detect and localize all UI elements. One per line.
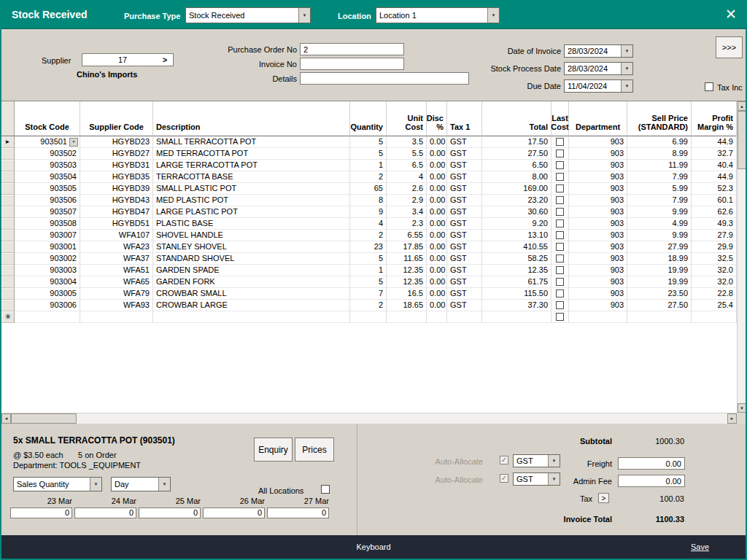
vertical-scrollbar[interactable]: ▲ ▼: [737, 101, 746, 413]
chevron-down-icon[interactable]: ▼: [298, 8, 310, 23]
last-cost-checkbox[interactable]: [556, 149, 564, 158]
grid-cell-profit-margin[interactable]: 44.9: [692, 136, 737, 148]
grid-cell-description[interactable]: CROWBAR SMALL: [153, 288, 350, 300]
grid-cell-quantity[interactable]: 65: [350, 183, 387, 195]
grid-cell-profit-margin[interactable]: 29.9: [692, 241, 737, 253]
last-cost-checkbox[interactable]: [556, 161, 564, 169]
grid-cell-tax1[interactable]: GST: [447, 183, 482, 195]
grid-cell-stock-code[interactable]: 903502: [15, 148, 80, 160]
scroll-up-icon[interactable]: ▲: [738, 101, 746, 111]
close-icon[interactable]: ✕: [725, 7, 737, 21]
date-of-invoice-select[interactable]: 28/03/2024 ▼: [564, 44, 633, 58]
grid-cell-last-cost[interactable]: [551, 230, 569, 241]
grid-cell-department[interactable]: 903: [569, 300, 627, 311]
grid-cell-unit-cost[interactable]: 18.65: [387, 300, 427, 311]
freight-field[interactable]: 0.00: [618, 457, 685, 470]
row-selector[interactable]: [1, 265, 15, 276]
grid-cell-profit-margin[interactable]: 27.9: [692, 230, 737, 241]
last-cost-checkbox[interactable]: [556, 289, 564, 298]
grid-cell-total[interactable]: 17.50: [482, 136, 551, 148]
supplier-field[interactable]: 17 >: [82, 53, 174, 66]
tax-inc-checkbox[interactable]: [705, 82, 713, 91]
chevron-down-icon[interactable]: ▼: [621, 63, 632, 74]
grid-cell-supplier-code[interactable]: HGYBD43: [80, 195, 153, 206]
grid-cell-department[interactable]: [569, 311, 627, 323]
grid-cell-stock-code[interactable]: 903006: [15, 300, 80, 311]
grid-cell-disc[interactable]: 0.00: [427, 265, 447, 276]
grid-cell-profit-margin[interactable]: 60.1: [692, 195, 737, 206]
tax-browse-button[interactable]: >: [598, 493, 609, 503]
grid-cell-supplier-code[interactable]: WFA51: [80, 265, 153, 276]
grid-cell-stock-code[interactable]: 903505: [15, 183, 80, 195]
grid-cell-stock-code[interactable]: 903003: [15, 265, 80, 276]
grid-cell-description[interactable]: GARDEN FORK: [153, 276, 350, 288]
grid-cell-disc[interactable]: 0.00: [427, 160, 447, 171]
grid-cell-stock-code[interactable]: 903507: [15, 206, 80, 218]
grid-cell-sell-price[interactable]: 7.99: [627, 195, 692, 206]
grid-cell-unit-cost[interactable]: 2.6: [387, 183, 427, 195]
grid-cell-supplier-code[interactable]: WFA37: [80, 253, 153, 265]
grid-cell-sell-price[interactable]: 23.50: [627, 288, 692, 300]
grid-cell-supplier-code[interactable]: WFA93: [80, 300, 153, 311]
grid-cell-unit-cost[interactable]: 12.35: [387, 265, 427, 276]
grid-cell-total[interactable]: 12.35: [482, 265, 551, 276]
chevron-down-icon[interactable]: ▼: [158, 478, 170, 491]
grid-cell-stock-code[interactable]: 903007: [15, 230, 80, 241]
grid-cell-last-cost[interactable]: [551, 218, 569, 230]
row-selector[interactable]: [1, 288, 15, 300]
grid-cell-supplier-code[interactable]: HGYBD51: [80, 218, 153, 230]
grid-cell-sell-price[interactable]: 27.50: [627, 300, 692, 311]
grid-cell-description[interactable]: TERRACOTTA BASE: [153, 171, 350, 183]
row-selector[interactable]: [1, 206, 15, 218]
purchase-order-no-field[interactable]: 2: [300, 43, 404, 55]
grid-cell-profit-margin[interactable]: 32.0: [692, 276, 737, 288]
grid-cell-unit-cost[interactable]: 2.9: [387, 195, 427, 206]
grid-cell-total[interactable]: 6.50: [482, 160, 551, 171]
grid-cell-profit-margin[interactable]: 49.3: [692, 218, 737, 230]
grid-cell-last-cost[interactable]: [551, 300, 569, 311]
horizontal-scroll-thumb[interactable]: [11, 413, 77, 424]
row-selector[interactable]: [1, 276, 15, 288]
grid-cell-quantity[interactable]: 2: [350, 171, 387, 183]
day-quantity-field[interactable]: 0: [10, 508, 72, 518]
grid-cell-supplier-code[interactable]: HGYBD35: [80, 171, 153, 183]
grid-cell-sell-price[interactable]: 11.99: [627, 160, 692, 171]
chevron-down-icon[interactable]: ▼: [90, 478, 101, 491]
grid-cell-supplier-code[interactable]: HGYBD47: [80, 206, 153, 218]
grid-cell-last-cost[interactable]: [551, 148, 569, 160]
grid-cell-description[interactable]: SMALL PLASTIC POT: [153, 183, 350, 195]
grid-cell-last-cost[interactable]: [551, 171, 569, 183]
grid-cell-department[interactable]: 903: [569, 171, 627, 183]
grid-cell-total[interactable]: 9.20: [482, 218, 551, 230]
grid-cell-total[interactable]: 58.25: [482, 253, 551, 265]
location-select[interactable]: Location 1 ▼: [376, 7, 500, 23]
row-selector[interactable]: ►: [1, 136, 15, 148]
last-cost-checkbox[interactable]: [556, 138, 564, 146]
grid-cell-description[interactable]: MED PLASTIC POT: [153, 195, 350, 206]
last-cost-checkbox[interactable]: [556, 231, 564, 239]
grid-cell-total[interactable]: 37.30: [482, 300, 551, 311]
grid-cell-sell-price[interactable]: 27.99: [627, 241, 692, 253]
grid-cell-disc[interactable]: 0.00: [427, 195, 447, 206]
grid-cell-department[interactable]: 903: [569, 195, 627, 206]
grid-cell-disc[interactable]: 0.00: [427, 218, 447, 230]
grid-cell-unit-cost[interactable]: 12.35: [387, 276, 427, 288]
grid-cell-description[interactable]: STANDARD SHOVEL: [153, 253, 350, 265]
grid-cell-quantity[interactable]: 2: [350, 230, 387, 241]
last-cost-checkbox[interactable]: [556, 184, 564, 192]
new-row-selector[interactable]: ✳: [1, 311, 15, 323]
enquiry-button[interactable]: Enquiry: [254, 438, 293, 462]
grid-cell-quantity[interactable]: 5: [350, 136, 387, 148]
keyboard-button[interactable]: Keyboard: [356, 542, 390, 551]
grid-cell-disc[interactable]: 0.00: [427, 288, 447, 300]
grid-cell-department[interactable]: 903: [569, 265, 627, 276]
grid-cell-total[interactable]: 410.55: [482, 241, 551, 253]
grid-cell-quantity[interactable]: 5: [350, 253, 387, 265]
grid-cell-quantity[interactable]: 9: [350, 206, 387, 218]
vertical-scroll-thumb[interactable]: [738, 111, 746, 169]
grid-cell-quantity[interactable]: 23: [350, 241, 387, 253]
grid-cell-sell-price[interactable]: 4.99: [627, 218, 692, 230]
grid-cell-total[interactable]: 30.60: [482, 206, 551, 218]
grid-cell-quantity[interactable]: [350, 311, 387, 323]
grid-cell-stock-code[interactable]: 903005: [15, 288, 80, 300]
